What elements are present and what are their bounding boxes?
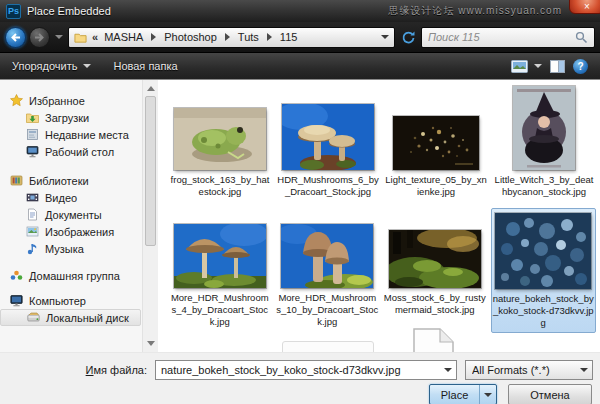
organize-label: Упорядочить <box>12 60 77 72</box>
main-area: Избранное Загрузки Недавние места Рабочи… <box>0 79 600 352</box>
file-item-more-mushrooms-4[interactable]: More_HDR_Mushrooms_4_by_Dracoart_Stock.j… <box>168 208 272 333</box>
breadcrumb-item-tuts[interactable]: Tuts <box>237 31 260 43</box>
sidebar-item-computer[interactable]: Компьютер <box>0 292 141 309</box>
pictures-icon <box>26 225 39 238</box>
back-arrow-icon <box>9 31 22 44</box>
command-toolbar: Упорядочить Новая папка ? <box>0 52 600 79</box>
homegroup-icon <box>10 269 23 282</box>
file-item-nature-bokeh-selected[interactable]: nature_bokeh_stock_by_koko_stock-d73dkvv… <box>491 208 597 333</box>
file-type-dropdown-button[interactable] <box>575 361 592 379</box>
sidebar-label: Рабочий стол <box>45 146 114 158</box>
forward-button[interactable] <box>29 27 50 48</box>
place-button[interactable]: Place <box>430 385 479 404</box>
sidebar-item-pictures[interactable]: Изображения <box>0 223 141 240</box>
file-item-moss[interactable]: Moss_stock_6_by_rustymermaid_stock.jpg <box>383 208 487 333</box>
close-button[interactable]: × <box>569 0 600 14</box>
scroll-up-icon[interactable] <box>147 86 155 91</box>
file-item-frog[interactable]: frog_stock_163_by_hatestock.jpg <box>168 86 272 198</box>
refresh-button[interactable] <box>398 27 418 48</box>
place-dropdown-button[interactable] <box>479 385 496 404</box>
sidebar-item-documents[interactable]: Документы <box>0 206 141 223</box>
search-box <box>421 27 595 48</box>
file-icon-blank-document[interactable] <box>410 328 456 352</box>
sidebar-label: Библиотеки <box>29 175 89 187</box>
file-item-more-mushrooms-10[interactable]: More_HDR_Mushrooms_10_by_Dracoart_Stock.… <box>276 208 380 333</box>
navigation-sidebar: Избранное Загрузки Недавние места Рабочи… <box>0 80 158 352</box>
sidebar-scrollbar[interactable] <box>142 80 158 352</box>
computer-icon <box>10 294 23 307</box>
file-name: Little_Witch_3_by_deathbycanon_stock.jpg <box>493 174 595 198</box>
scroll-down-icon[interactable] <box>147 341 155 346</box>
preview-pane-icon <box>550 60 565 73</box>
chevron-down-icon <box>83 64 91 68</box>
breadcrumb-separator-icon <box>267 33 272 41</box>
back-button[interactable] <box>5 27 26 48</box>
place-split-button: Place <box>429 384 497 404</box>
scrollbar-thumb[interactable] <box>145 96 156 246</box>
file-name: HDR_Mushrooms_6_by_Dracoart_Stock.jpg <box>277 174 379 198</box>
refresh-icon <box>401 30 416 45</box>
chevron-down-icon <box>444 368 452 372</box>
music-icon <box>26 242 39 255</box>
folder-icon <box>74 31 87 44</box>
preview-pane-button[interactable] <box>550 60 565 73</box>
address-bar[interactable]: « MASHA Photoshop Tuts 115 <box>68 27 395 48</box>
views-button[interactable] <box>511 60 542 73</box>
sidebar-item-homegroup[interactable]: Домашняя группа <box>0 267 141 284</box>
thumbnail-bokeh <box>495 213 591 289</box>
breadcrumb-item-masha[interactable]: MASHA <box>103 31 144 43</box>
sidebar-label: Компьютер <box>29 295 86 307</box>
file-name: nature_bokeh_stock_by_koko_stock-d73dkvv… <box>492 293 594 329</box>
desktop-icon <box>26 145 39 158</box>
sidebar-item-music[interactable]: Музыка <box>0 240 141 257</box>
organize-button[interactable]: Упорядочить <box>12 60 91 72</box>
sidebar-label: Документы <box>45 209 102 221</box>
watermark-text: 思缘设计论坛 www.missyuan.com <box>388 4 562 18</box>
new-folder-button[interactable]: Новая папка <box>113 60 177 72</box>
downloads-icon <box>26 111 39 124</box>
file-list: frog_stock_163_by_hatestock.jpg <box>158 80 600 352</box>
breadcrumb-item-115[interactable]: 115 <box>279 31 299 43</box>
breadcrumb-overflow[interactable]: « <box>91 31 99 43</box>
file-item-partial[interactable] <box>282 341 374 352</box>
filename-dropdown-button[interactable] <box>439 361 456 379</box>
cancel-button[interactable]: Отмена <box>508 384 592 404</box>
sidebar-label: Избранное <box>29 95 85 107</box>
filename-label: Имя файла: <box>0 364 155 376</box>
filename-input[interactable] <box>156 364 439 376</box>
new-folder-label: Новая папка <box>113 60 177 72</box>
sidebar-item-libraries[interactable]: Библиотеки <box>0 172 141 189</box>
sidebar-item-desktop[interactable]: Рабочий стол <box>0 143 141 160</box>
sidebar-label: Недавние места <box>45 129 129 141</box>
sidebar-item-favorites[interactable]: Избранное <box>0 92 141 109</box>
sidebar-item-downloads[interactable]: Загрузки <box>0 109 141 126</box>
forward-arrow-icon <box>33 31 46 44</box>
place-embedded-dialog: Ps Place Embedded 思缘设计论坛 www.missyuan.co… <box>0 0 600 404</box>
breadcrumb-item-photoshop[interactable]: Photoshop <box>163 31 218 43</box>
sidebar-item-video[interactable]: Видео <box>0 189 141 206</box>
sidebar-label: Изображения <box>45 226 114 238</box>
star-icon <box>10 94 23 107</box>
sidebar-item-local-disk[interactable]: Локальный диск <box>0 309 141 326</box>
footer-bar: Имя файла: All Formats (*.*) Place Отмен… <box>0 352 600 404</box>
address-dropdown-icon[interactable] <box>381 35 389 39</box>
file-name: frog_stock_163_by_hatestock.jpg <box>169 174 271 198</box>
thumbnail-frog <box>174 108 266 170</box>
file-type-dropdown[interactable]: All Formats (*.*) <box>465 360 593 380</box>
chevron-down-icon <box>580 368 588 372</box>
thumbnail-witch <box>513 86 575 170</box>
sidebar-label: Видео <box>45 192 77 204</box>
sidebar-item-recent-places[interactable]: Недавние места <box>0 126 141 143</box>
help-button[interactable]: ? <box>573 59 588 74</box>
file-item-light-texture[interactable]: Light_texture_05_by_xnienke.jpg <box>384 86 488 198</box>
file-name: Moss_stock_6_by_rustymermaid_stock.jpg <box>384 292 486 316</box>
navigation-bar: « MASHA Photoshop Tuts 115 <box>0 22 600 52</box>
video-icon <box>26 191 39 204</box>
search-icon <box>575 31 588 44</box>
search-input[interactable] <box>428 31 571 43</box>
file-name: More_HDR_Mushrooms_4_by_Dracoart_Stock.j… <box>169 292 271 328</box>
file-item-little-witch[interactable]: Little_Witch_3_by_deathbycanon_stock.jpg <box>492 86 596 198</box>
breadcrumb-separator-icon <box>225 33 230 41</box>
file-item-hdr-mushrooms-6[interactable]: HDR_Mushrooms_6_by_Dracoart_Stock.jpg <box>276 86 380 198</box>
history-dropdown-icon[interactable] <box>55 35 63 39</box>
